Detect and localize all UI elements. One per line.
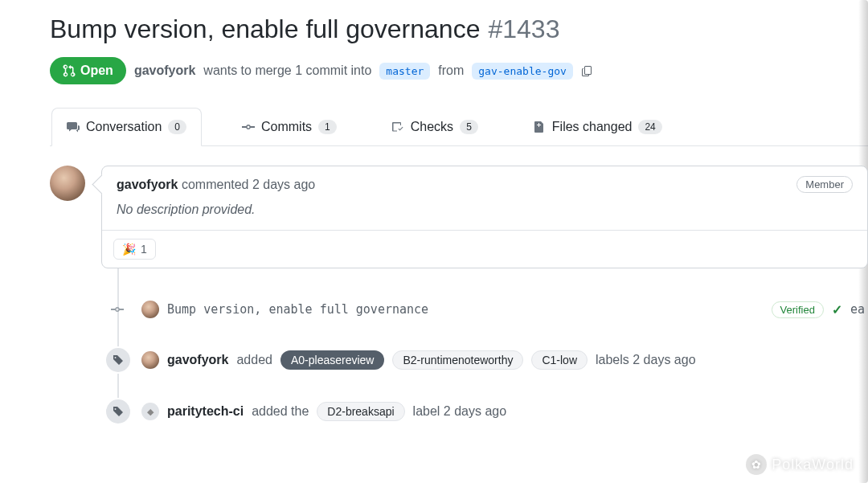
comment-time[interactable]: 2 days ago xyxy=(252,178,315,191)
avatar[interactable] xyxy=(141,301,159,318)
tab-conversation-count: 0 xyxy=(168,120,186,134)
event-suffix: label 2 days ago xyxy=(413,404,507,419)
verified-badge[interactable]: Verified xyxy=(772,301,824,318)
event-actor[interactable]: gavofyork xyxy=(167,353,228,367)
tab-checks-count: 5 xyxy=(460,120,478,134)
event-verb: added xyxy=(236,353,272,367)
label-pill[interactable]: C1-low xyxy=(531,350,588,370)
comment-box: gavofyork commented 2 days ago Member No… xyxy=(101,166,868,268)
event-verb: added the xyxy=(252,404,309,419)
watermark-text: PolkaWorld xyxy=(772,456,854,473)
commit-message[interactable]: Bump version, enable full governance xyxy=(167,302,428,317)
comment-author[interactable]: gavofyork xyxy=(117,178,178,191)
avatar[interactable] xyxy=(50,166,85,201)
pr-state-badge: Open xyxy=(50,57,126,84)
tab-commits-label: Commits xyxy=(261,120,312,134)
comment-verb: commented xyxy=(182,178,249,191)
watermark: ✿ PolkaWorld xyxy=(746,454,854,475)
timeline-commit-item: Bump version, enable full governance Ver… xyxy=(50,301,868,318)
pr-number: #1433 xyxy=(488,14,559,44)
event-actor[interactable]: paritytech-ci xyxy=(167,404,244,419)
label-pill[interactable]: B2-runtimenoteworthy xyxy=(392,350,523,370)
pr-title: Bump version, enable full governance xyxy=(50,14,480,44)
tag-icon xyxy=(104,398,132,425)
pr-description-comment: gavofyork commented 2 days ago Member No… xyxy=(50,166,868,268)
comment-body: No description provided. xyxy=(102,203,867,230)
avatar[interactable] xyxy=(141,403,159,420)
label-pill[interactable]: D2-breaksapi xyxy=(317,402,404,421)
tab-conversation-label: Conversation xyxy=(86,120,162,134)
reaction-count: 1 xyxy=(141,243,147,256)
tab-commits-count: 1 xyxy=(318,120,337,134)
tab-files-changed[interactable]: Files changed 24 xyxy=(518,108,677,145)
reaction-tada[interactable]: 🎉 1 xyxy=(113,239,156,260)
timeline: gavofyork commented 2 days ago Member No… xyxy=(50,166,868,421)
tab-conversation[interactable]: Conversation 0 xyxy=(51,108,202,146)
check-icon[interactable]: ✓ xyxy=(832,302,842,317)
tab-checks-label: Checks xyxy=(411,120,453,134)
role-badge: Member xyxy=(796,176,853,193)
copy-icon[interactable] xyxy=(581,64,594,77)
comment-header: gavofyork commented 2 days ago Member xyxy=(102,166,867,203)
pr-author-link[interactable]: gavofyork xyxy=(134,63,195,78)
label-pill[interactable]: A0-pleasereview xyxy=(280,350,385,370)
git-pull-request-icon xyxy=(63,64,76,77)
avatar[interactable] xyxy=(141,351,159,369)
pr-state-label: Open xyxy=(80,63,113,78)
event-suffix: labels 2 days ago xyxy=(596,353,696,367)
wechat-icon: ✿ xyxy=(746,454,767,475)
tag-icon xyxy=(104,346,132,374)
reaction-bar: 🎉 1 xyxy=(102,230,867,268)
checklist-icon xyxy=(391,121,404,133)
timeline-labels-added-2: paritytech-ci added the D2-breaksapi lab… xyxy=(50,402,868,421)
base-branch[interactable]: master xyxy=(379,63,430,80)
tab-commits[interactable]: Commits 1 xyxy=(227,108,351,145)
comment-discussion-icon xyxy=(67,121,80,133)
tab-files-label: Files changed xyxy=(552,120,633,134)
merge-text-mid: from xyxy=(438,63,464,78)
pr-title-row: Bump version, enable full governance #14… xyxy=(50,14,868,44)
pr-tabs: Conversation 0 Commits 1 Checks 5 Files … xyxy=(50,107,868,146)
reaction-emoji: 🎉 xyxy=(122,243,136,256)
merge-text-prefix: wants to merge 1 commit into xyxy=(203,63,371,78)
pr-meta-row: Open gavofyork wants to merge 1 commit i… xyxy=(50,57,868,84)
commit-sha-fragment[interactable]: ea xyxy=(850,302,865,317)
tab-checks[interactable]: Checks 5 xyxy=(377,108,493,145)
commit-node-icon xyxy=(109,301,125,317)
timeline-labels-added-1: gavofyork added A0-pleasereview B2-runti… xyxy=(50,350,868,370)
tab-files-count: 24 xyxy=(638,120,661,134)
git-commit-icon xyxy=(242,121,255,133)
head-branch[interactable]: gav-enable-gov xyxy=(472,63,573,80)
file-diff-icon xyxy=(533,121,546,133)
